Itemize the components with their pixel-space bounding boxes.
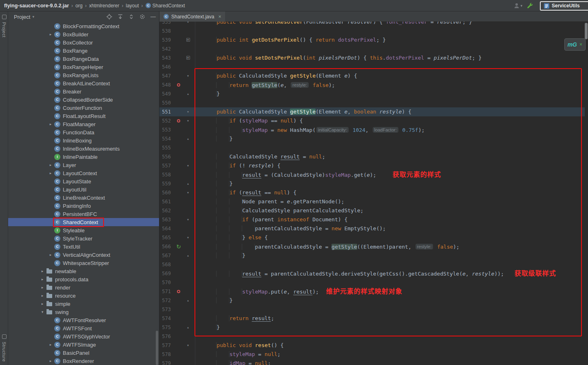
tree-item-inlineboxing[interactable]: CInlineBoxing — [8, 136, 159, 145]
fold-marker-icon[interactable]: ▴ — [184, 134, 192, 143]
line-number[interactable]: 556 — [159, 152, 173, 161]
fold-marker-icon[interactable]: ▴ — [184, 89, 192, 98]
line-number[interactable]: 560 — [159, 188, 173, 197]
tree-item-awtfsglyphvector[interactable]: CAWTFSGlyphVector — [8, 332, 159, 341]
code-line-573[interactable]: 573 — [159, 305, 585, 314]
tree-item-awtfontresolver[interactable]: CAWTFontResolver — [8, 316, 159, 324]
line-number[interactable]: 547 — [159, 71, 173, 80]
line-number[interactable]: 552 — [159, 116, 173, 125]
tree-item-textutil[interactable]: CTextUtil — [8, 243, 159, 251]
line-number[interactable]: 578 — [159, 350, 173, 359]
hide-panel-icon[interactable]: — — [150, 15, 156, 19]
line-number[interactable]: 577 — [159, 341, 173, 350]
line-number[interactable]: 535 — [159, 22, 173, 27]
tab-sharedcontext-java[interactable]: C SharedContext.java × — [159, 11, 225, 22]
fold-marker-icon[interactable]: ▾ — [184, 215, 192, 224]
tree-item-boxrenderer[interactable]: ▸CBoxRenderer — [8, 357, 159, 365]
tree-item-boxrangedata[interactable]: CBoxRangeData — [8, 55, 159, 63]
code-line-560[interactable]: 560▾ if (result == null) { — [159, 188, 585, 197]
fold-marker-icon[interactable]: ▾ — [184, 188, 192, 197]
line-number[interactable]: 557 — [159, 161, 173, 170]
fold-marker-icon[interactable]: ▴ — [184, 179, 192, 188]
expand-collapse-icon[interactable] — [128, 14, 134, 20]
tree-item-breakatlinecontext[interactable]: CBreakAtLineContext — [8, 79, 159, 87]
line-number[interactable]: 555 — [159, 143, 173, 152]
tree-chevron-icon[interactable]: ▸ — [47, 343, 54, 347]
code-line-562[interactable]: 562 CalculatedStyle parentCalculatedStyl… — [159, 206, 585, 215]
code-line-564[interactable]: 564 parentCalculatedStyle = new EmptySty… — [159, 224, 585, 233]
line-number[interactable]: 561 — [159, 197, 173, 206]
code-line-553[interactable]: 553 styleMap = new HashMap(initialCapaci… — [159, 125, 585, 134]
line-number[interactable]: 571 — [159, 287, 173, 296]
tree-item-layoutcontext[interactable]: ▸CLayoutContext — [8, 169, 159, 177]
code-line-575[interactable]: 575▴ } — [159, 323, 585, 332]
code-line-551[interactable]: 551▾ public CalculatedStyle getStyle(Ele… — [159, 107, 585, 116]
line-number[interactable]: 553 — [159, 125, 173, 134]
tree-item-inlineboxmeasurements[interactable]: CInlineBoxMeasurements — [8, 145, 159, 153]
code-line-566[interactable]: 566↻ parentCalculatedStyle = getStyle((E… — [159, 242, 585, 251]
fold-marker-icon[interactable]: ▾ — [184, 341, 192, 350]
tree-item-render[interactable]: ▸render — [8, 283, 159, 292]
line-number[interactable]: 574 — [159, 314, 173, 323]
tree-item-styletracker[interactable]: CStyleTracker — [8, 234, 159, 243]
tree-item-blockformattingcontext[interactable]: CBlockFormattingContext — [8, 22, 159, 30]
tree-item-paintinginfo[interactable]: CPaintingInfo — [8, 202, 159, 210]
line-number[interactable]: 550 — [159, 98, 173, 107]
breadcrumb-item-sharedcontext[interactable]: CSharedContext — [146, 3, 185, 9]
code-line-554[interactable]: 554▴ } — [159, 134, 585, 143]
wrench-button[interactable] — [526, 2, 533, 9]
line-number[interactable]: 548 — [159, 80, 173, 89]
tree-item-verticalaligncontext[interactable]: ▸CVerticalAlignContext — [8, 251, 159, 259]
fold-marker-icon[interactable]: ▾ — [184, 233, 192, 242]
fold-marker-icon[interactable]: ▾ — [184, 161, 192, 170]
line-number[interactable]: 546 — [159, 62, 173, 71]
code-line-557[interactable]: 557▾ if (! restyle) { — [159, 161, 585, 170]
code-line-570[interactable]: 570 — [159, 278, 585, 287]
tree-item-boxbuilder[interactable]: ▸CBoxBuilder — [8, 30, 159, 38]
breadcrumb-item-flying-saucer-core-9-0-2-jar[interactable]: flying-saucer-core-9.0.2.jar — [4, 3, 69, 9]
line-number[interactable]: 551 — [159, 107, 173, 116]
line-number[interactable]: 572 — [159, 296, 173, 305]
tree-item-awtfsfont[interactable]: CAWTFSFont — [8, 324, 159, 332]
code-line-555[interactable]: 555 — [159, 143, 585, 152]
tree-chevron-icon[interactable]: ▸ — [39, 294, 46, 298]
code-line-546[interactable]: 546 — [159, 62, 585, 71]
code-line-558[interactable]: 558 result = (CalculatedStyle)styleMap.g… — [159, 170, 585, 179]
line-number[interactable]: 542 — [159, 45, 173, 53]
fold-marker-icon[interactable]: ▾ — [184, 22, 192, 27]
line-number[interactable]: 563 — [159, 215, 173, 224]
tree-item-collapsedborderside[interactable]: CCollapsedBorderSide — [8, 96, 159, 104]
break-gutter-icon[interactable] — [173, 116, 184, 125]
tool-stripe-project[interactable]: Project — [0, 15, 8, 38]
break-gutter-icon[interactable] — [173, 287, 184, 296]
line-number[interactable]: 579 — [159, 359, 173, 365]
fold-marker-icon[interactable]: ▾ — [184, 107, 192, 116]
line-number[interactable]: 559 — [159, 179, 173, 188]
tree-item-sharedcontext[interactable]: CSharedContext — [8, 218, 159, 226]
tree-item-linebreakcontext[interactable]: CLineBreakContext — [8, 194, 159, 202]
line-number[interactable]: 538 — [159, 27, 173, 36]
editor-scrollbar[interactable] — [585, 23, 588, 39]
line-number[interactable]: 568 — [159, 260, 173, 269]
line-number[interactable]: 575 — [159, 323, 173, 332]
line-number[interactable]: 549 — [159, 89, 173, 98]
tree-chevron-icon[interactable]: ▸ — [47, 32, 54, 36]
code-line-543[interactable]: 543+ public void setDotsPerPixel(int pix… — [159, 53, 585, 62]
code-line-550[interactable]: 550 — [159, 98, 585, 107]
tree-item-newtable[interactable]: ▸newtable — [8, 267, 159, 275]
line-number[interactable]: 564 — [159, 224, 173, 233]
tree-chevron-icon[interactable]: ▸ — [47, 171, 54, 175]
tree-item-inlinepaintable[interactable]: IInlinePaintable — [8, 153, 159, 161]
code-line-571[interactable]: 571 styleMap.put(e, result);维护元素的样式映射对象 — [159, 287, 585, 296]
settings-gear-icon[interactable] — [139, 14, 145, 20]
code-line-568[interactable]: 568 — [159, 260, 585, 269]
tree-item-boxcollector[interactable]: CBoxCollector — [8, 38, 159, 47]
tree-item-styleable[interactable]: IStyleable — [8, 226, 159, 234]
code-line-559[interactable]: 559▴ } — [159, 179, 585, 188]
code-line-542[interactable]: 542 — [159, 45, 585, 53]
breadcrumb-item-org[interactable]: org — [75, 3, 82, 9]
code-line-539[interactable]: 539+ public int getDotsPerPixel() { retu… — [159, 36, 585, 45]
code-line-547[interactable]: 547▾ public CalculatedStyle getStyle(Ele… — [159, 71, 585, 80]
line-number[interactable]: 558 — [159, 170, 173, 179]
tree-chevron-icon[interactable]: ▸ — [39, 285, 46, 289]
